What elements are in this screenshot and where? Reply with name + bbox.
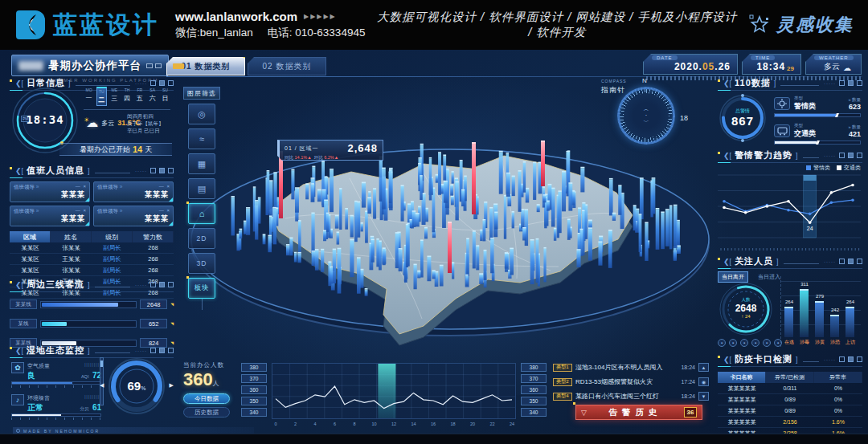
alert-scroll-icon[interactable]: ◉	[698, 377, 709, 386]
minimize-icon[interactable]	[146, 63, 153, 68]
panel-minimize-icon[interactable]	[839, 80, 845, 86]
duty-name: 某某某	[145, 214, 169, 224]
panel-expand-icon[interactable]	[168, 282, 174, 287]
panel-window-icon[interactable]	[159, 168, 165, 173]
panel-minimize-icon[interactable]	[150, 168, 156, 173]
panel-window-icon[interactable]	[848, 356, 854, 362]
alert-row[interactable]: 类型1湿地3-104片区有不明人员闯入18:24▲	[553, 361, 709, 373]
alert-row[interactable]: 类型2RD13-53烟感报警疑似火灾17:24◉	[553, 376, 709, 388]
mini-icon[interactable]: ▪	[718, 339, 726, 347]
mini-icon[interactable]: ▪	[751, 339, 760, 347]
table-header-cell[interactable]: 卡口名称	[718, 372, 766, 383]
office-data-button[interactable]: 今日数据	[183, 393, 230, 404]
panel-minimize-icon[interactable]	[839, 356, 845, 362]
plate-layer-button[interactable]: 板块	[188, 278, 215, 299]
table-header-cell[interactable]: 异常率	[814, 372, 862, 383]
table-cell: 某某区	[10, 265, 51, 275]
office-data-button[interactable]: 历史数据	[183, 407, 230, 418]
gauge-right-arrow[interactable]: ▶	[170, 382, 174, 389]
panel-window-icon[interactable]	[159, 80, 165, 86]
focus-bar-fill	[845, 307, 854, 337]
alert-scroll-icon[interactable]: ▲	[698, 363, 709, 372]
focus-bar: 264在逃	[784, 307, 793, 337]
checkpoint-rate: 0%	[814, 394, 862, 405]
panel-expand-icon[interactable]	[857, 356, 862, 362]
panel-window-icon[interactable]	[848, 259, 854, 264]
duty-card: 值班领导 » — ×某某某	[93, 206, 174, 226]
office-chart-grid	[272, 363, 516, 419]
tab-data-category-1[interactable]: 01 数据类别	[166, 57, 245, 75]
alert-history-button[interactable]: ▽ 告警历史 36	[575, 405, 702, 420]
weekday-cn: 日	[160, 94, 170, 103]
stat-type-label: 类型	[794, 96, 844, 101]
weekday-cn: 一	[84, 94, 94, 103]
y-axis-tick: 380	[241, 363, 267, 372]
compass: COMPASS 指南针 N 18 ︿•﹀	[601, 79, 688, 159]
panel-window-icon[interactable]	[159, 348, 165, 353]
gauge-left-arrow[interactable]: ◀	[100, 382, 104, 389]
panel-expand-icon[interactable]	[168, 168, 174, 173]
alert-scroll-icon[interactable]: ▼	[698, 392, 709, 401]
3d-layer-button[interactable]: 3D	[188, 253, 215, 274]
checkpoint-rate: 0%	[814, 383, 862, 393]
inspiration-collect[interactable]: 灵感收集	[749, 13, 854, 37]
alert-type-tag: 类型1	[553, 364, 572, 372]
legend-item[interactable]: 警情类	[806, 164, 830, 172]
list-layer-button[interactable]: ▤	[188, 178, 215, 199]
svg-text:24: 24	[807, 226, 813, 231]
building-layer-button[interactable]: ⌂	[188, 203, 215, 224]
signal-layer-button[interactable]: ≈	[188, 128, 215, 149]
panel-expand-icon[interactable]	[168, 80, 174, 86]
wechat-label: 微信:ben_lanlan	[175, 26, 253, 40]
panel-minimize-icon[interactable]	[150, 348, 156, 353]
alert-row[interactable]: 类型4某路口有小汽车连闯三个红灯18:24▼	[553, 390, 709, 402]
checkpoint-ratio: 0/89	[766, 394, 814, 405]
mini-icon[interactable]: ▪	[763, 339, 771, 347]
panel-expand-icon[interactable]	[857, 153, 862, 158]
panel-expand-icon[interactable]	[857, 80, 862, 86]
table-header-cell[interactable]: 姓名	[51, 231, 92, 242]
window-icon[interactable]	[155, 63, 162, 68]
card-mini-icons[interactable]: — ×	[76, 184, 87, 189]
tooltip-value: 2,648	[347, 142, 378, 154]
duty-name: 某某某	[61, 214, 85, 224]
panel-window-icon[interactable]	[848, 80, 854, 86]
camera-layer-button[interactable]: ◎	[188, 104, 215, 124]
gauge-slider-left[interactable]	[100, 357, 104, 405]
grid-layer-button[interactable]: ▦	[188, 153, 215, 174]
panel-window-icon[interactable]	[159, 282, 165, 287]
mini-icon[interactable]: ▪	[740, 339, 748, 347]
2d-layer-button[interactable]: 2D	[188, 228, 215, 249]
panel-expand-icon[interactable]	[857, 259, 862, 264]
focus-bar: 264上访	[845, 307, 854, 337]
card-mini-icons[interactable]: — ×	[159, 208, 170, 213]
weather-box: WEATHER 多云☁	[805, 54, 862, 75]
table-header-cell[interactable]: 警力数	[133, 231, 174, 242]
logo[interactable]: 蓝蓝设计	[14, 9, 159, 42]
table-cell: 某某区	[10, 254, 51, 264]
weekday-cell: WE三	[109, 87, 120, 106]
panel-minimize-icon[interactable]	[150, 80, 156, 86]
lunar-line: 辛巳月 己巳日	[127, 127, 174, 134]
panel-expand-icon[interactable]	[168, 348, 174, 353]
legend-item[interactable]: 交通类	[837, 164, 861, 172]
panel-window-icon[interactable]	[848, 153, 854, 158]
table-header-cell[interactable]: 异常/已检测	[766, 372, 814, 383]
table-header-cell[interactable]: 级别	[92, 231, 133, 242]
mini-icon[interactable]: ▪	[729, 339, 737, 347]
site-url[interactable]: www.lanlanwork.com	[175, 10, 297, 23]
table-header-cell[interactable]: 区域	[10, 231, 51, 242]
duty-personnel-panel: ❮[值班人员信息]····· 值班领导 » — ×某某某值班领导 » — ×某某…	[10, 165, 174, 276]
focus-bar-value: 264	[782, 299, 796, 304]
weekday-cn: 六	[147, 94, 158, 103]
checkpoint-table: 卡口名称异常/已检测异常率 某某某某某0/3110%某某某某某0/890%某某某…	[718, 372, 862, 439]
panel-minimize-icon[interactable]	[150, 282, 156, 287]
panel-minimize-icon[interactable]	[839, 153, 845, 158]
tab-data-category-2[interactable]: 02 数据类别	[248, 57, 326, 75]
duty-card: 值班领导 » — ×某某某	[93, 181, 174, 202]
card-mini-icons[interactable]: — ×	[76, 208, 87, 213]
weekday-cn: 二	[97, 96, 106, 104]
compass-value: 18	[680, 114, 688, 122]
panel-minimize-icon[interactable]	[839, 259, 845, 264]
card-mini-icons[interactable]: — ×	[159, 184, 170, 189]
